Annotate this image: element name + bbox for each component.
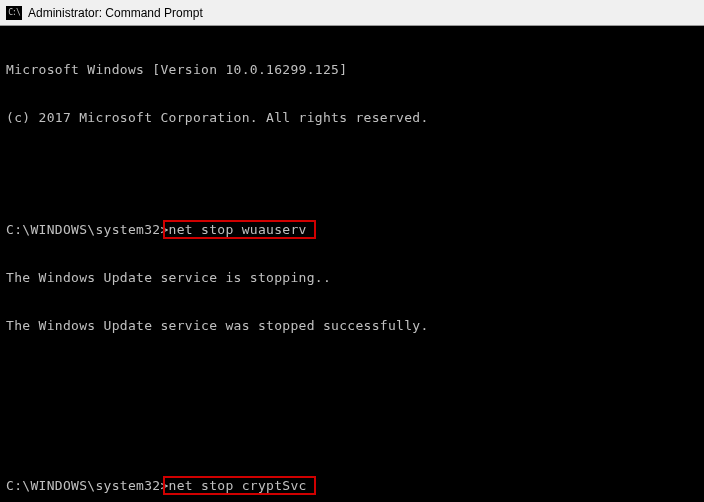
command-line-2: C:\WINDOWS\system32>net stop cryptSvc (6, 478, 698, 494)
output-line: The Windows Update service is stopping.. (6, 270, 698, 286)
copyright-line: (c) 2017 Microsoft Corporation. All righ… (6, 110, 698, 126)
output-line: The Windows Update service was stopped s… (6, 318, 698, 334)
command-text: net stop wuauserv (169, 222, 307, 238)
prompt: C:\WINDOWS\system32> (6, 222, 169, 238)
command-line-1: C:\WINDOWS\system32>net stop wuauserv (6, 222, 698, 238)
cmd-icon: C:\ (6, 6, 22, 20)
window-title: Administrator: Command Prompt (28, 6, 203, 20)
prompt: C:\WINDOWS\system32> (6, 478, 169, 494)
command-text: net stop cryptSvc (169, 478, 307, 494)
version-line: Microsoft Windows [Version 10.0.16299.12… (6, 62, 698, 78)
window-titlebar[interactable]: C:\ Administrator: Command Prompt (0, 0, 704, 26)
terminal-output[interactable]: Microsoft Windows [Version 10.0.16299.12… (0, 26, 704, 502)
